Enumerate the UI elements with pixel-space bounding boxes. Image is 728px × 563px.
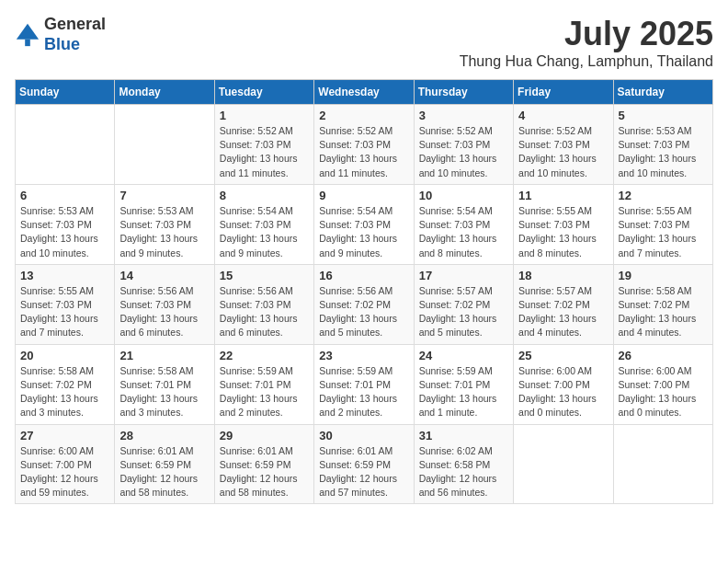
calendar-week-row: 1Sunrise: 5:52 AMSunset: 7:03 PMDaylight… — [16, 105, 713, 185]
day-number: 21 — [119, 349, 209, 362]
logo-general: General — [44, 15, 106, 33]
svg-rect-1 — [25, 39, 30, 45]
calendar-week-row: 13Sunrise: 5:55 AMSunset: 7:03 PMDayligh… — [16, 264, 713, 344]
weekday-header: Tuesday — [214, 80, 313, 105]
calendar-cell: 31Sunrise: 6:02 AMSunset: 6:58 PMDayligh… — [414, 424, 513, 504]
day-info: Sunrise: 5:54 AMSunset: 7:03 PMDaylight:… — [220, 204, 309, 260]
page-header: General Blue July 2025 Thung Hua Chang, … — [15, 15, 713, 70]
calendar-cell: 23Sunrise: 5:59 AMSunset: 7:01 PMDayligh… — [314, 344, 414, 424]
location-title: Thung Hua Chang, Lamphun, Thailand — [460, 53, 713, 70]
calendar-cell: 9Sunrise: 5:54 AMSunset: 7:03 PMDaylight… — [314, 184, 414, 264]
day-number: 5 — [619, 109, 708, 122]
calendar-cell: 27Sunrise: 6:00 AMSunset: 7:00 PMDayligh… — [16, 424, 115, 504]
day-number: 12 — [619, 189, 708, 202]
calendar-header: SundayMondayTuesdayWednesdayThursdayFrid… — [16, 80, 713, 105]
day-number: 10 — [419, 189, 508, 202]
day-info: Sunrise: 5:52 AMSunset: 7:03 PMDaylight:… — [319, 124, 408, 180]
day-number: 23 — [319, 349, 408, 362]
day-info: Sunrise: 6:00 AMSunset: 7:00 PMDaylight:… — [518, 364, 608, 420]
calendar-cell: 18Sunrise: 5:57 AMSunset: 7:02 PMDayligh… — [514, 264, 613, 344]
calendar-cell: 30Sunrise: 6:01 AMSunset: 6:59 PMDayligh… — [314, 424, 414, 504]
calendar-cell: 26Sunrise: 6:00 AMSunset: 7:00 PMDayligh… — [613, 344, 712, 424]
day-number: 31 — [419, 429, 508, 442]
day-number: 20 — [20, 349, 109, 362]
day-info: Sunrise: 5:56 AMSunset: 7:03 PMDaylight:… — [119, 284, 209, 340]
day-number: 29 — [220, 429, 309, 442]
day-number: 25 — [518, 349, 608, 362]
calendar-cell: 4Sunrise: 5:52 AMSunset: 7:03 PMDaylight… — [514, 105, 613, 185]
day-info: Sunrise: 5:53 AMSunset: 7:03 PMDaylight:… — [119, 204, 209, 260]
day-number: 24 — [419, 349, 508, 362]
day-info: Sunrise: 5:58 AMSunset: 7:01 PMDaylight:… — [119, 364, 209, 420]
calendar-table: SundayMondayTuesdayWednesdayThursdayFrid… — [15, 79, 713, 504]
logo-blue: Blue — [44, 35, 80, 53]
day-info: Sunrise: 5:57 AMSunset: 7:02 PMDaylight:… — [419, 284, 508, 340]
day-info: Sunrise: 5:57 AMSunset: 7:02 PMDaylight:… — [518, 284, 608, 340]
day-info: Sunrise: 6:00 AMSunset: 7:00 PMDaylight:… — [619, 364, 708, 420]
day-info: Sunrise: 5:59 AMSunset: 7:01 PMDaylight:… — [319, 364, 408, 420]
day-info: Sunrise: 5:55 AMSunset: 7:03 PMDaylight:… — [518, 204, 608, 260]
day-number: 17 — [419, 269, 508, 282]
day-number: 6 — [20, 189, 109, 202]
calendar-cell: 28Sunrise: 6:01 AMSunset: 6:59 PMDayligh… — [115, 424, 214, 504]
calendar-cell: 11Sunrise: 5:55 AMSunset: 7:03 PMDayligh… — [514, 184, 613, 264]
calendar-cell: 24Sunrise: 5:59 AMSunset: 7:01 PMDayligh… — [414, 344, 513, 424]
day-number: 8 — [220, 189, 309, 202]
day-info: Sunrise: 5:52 AMSunset: 7:03 PMDaylight:… — [419, 124, 508, 180]
calendar-cell: 12Sunrise: 5:55 AMSunset: 7:03 PMDayligh… — [613, 184, 712, 264]
logo-icon — [15, 22, 40, 48]
calendar-cell: 16Sunrise: 5:56 AMSunset: 7:02 PMDayligh… — [314, 264, 414, 344]
weekday-header: Friday — [514, 80, 613, 105]
day-number: 7 — [119, 189, 209, 202]
calendar-cell: 19Sunrise: 5:58 AMSunset: 7:02 PMDayligh… — [613, 264, 712, 344]
calendar-cell: 14Sunrise: 5:56 AMSunset: 7:03 PMDayligh… — [115, 264, 214, 344]
calendar-cell: 7Sunrise: 5:53 AMSunset: 7:03 PMDaylight… — [115, 184, 214, 264]
calendar-cell: 1Sunrise: 5:52 AMSunset: 7:03 PMDaylight… — [214, 105, 313, 185]
weekday-header: Monday — [115, 80, 214, 105]
day-number: 19 — [619, 269, 708, 282]
day-info: Sunrise: 5:52 AMSunset: 7:03 PMDaylight:… — [220, 124, 309, 180]
day-info: Sunrise: 5:52 AMSunset: 7:03 PMDaylight:… — [518, 124, 608, 180]
calendar-cell: 22Sunrise: 5:59 AMSunset: 7:01 PMDayligh… — [214, 344, 313, 424]
weekday-header: Sunday — [16, 80, 115, 105]
day-info: Sunrise: 6:01 AMSunset: 6:59 PMDaylight:… — [319, 444, 408, 500]
day-info: Sunrise: 5:56 AMSunset: 7:02 PMDaylight:… — [319, 284, 408, 340]
day-number: 28 — [119, 429, 209, 442]
weekday-row: SundayMondayTuesdayWednesdayThursdayFrid… — [16, 80, 713, 105]
day-number: 14 — [119, 269, 209, 282]
calendar-cell: 20Sunrise: 5:58 AMSunset: 7:02 PMDayligh… — [16, 344, 115, 424]
calendar-cell — [613, 424, 712, 504]
calendar-cell: 8Sunrise: 5:54 AMSunset: 7:03 PMDaylight… — [214, 184, 313, 264]
calendar-cell: 15Sunrise: 5:56 AMSunset: 7:03 PMDayligh… — [214, 264, 313, 344]
day-info: Sunrise: 5:53 AMSunset: 7:03 PMDaylight:… — [619, 124, 708, 180]
calendar-week-row: 20Sunrise: 5:58 AMSunset: 7:02 PMDayligh… — [16, 344, 713, 424]
day-number: 1 — [220, 109, 309, 122]
weekday-header: Saturday — [613, 80, 712, 105]
calendar-cell: 5Sunrise: 5:53 AMSunset: 7:03 PMDaylight… — [613, 105, 712, 185]
day-info: Sunrise: 5:55 AMSunset: 7:03 PMDaylight:… — [619, 204, 708, 260]
day-info: Sunrise: 5:58 AMSunset: 7:02 PMDaylight:… — [619, 284, 708, 340]
month-title: July 2025 — [460, 15, 713, 53]
day-info: Sunrise: 5:53 AMSunset: 7:03 PMDaylight:… — [20, 204, 109, 260]
calendar-body: 1Sunrise: 5:52 AMSunset: 7:03 PMDaylight… — [16, 105, 713, 504]
day-info: Sunrise: 5:55 AMSunset: 7:03 PMDaylight:… — [20, 284, 109, 340]
calendar-cell: 21Sunrise: 5:58 AMSunset: 7:01 PMDayligh… — [115, 344, 214, 424]
day-number: 9 — [319, 189, 408, 202]
day-info: Sunrise: 5:56 AMSunset: 7:03 PMDaylight:… — [220, 284, 309, 340]
day-info: Sunrise: 5:54 AMSunset: 7:03 PMDaylight:… — [419, 204, 508, 260]
day-number: 13 — [20, 269, 109, 282]
day-number: 22 — [220, 349, 309, 362]
calendar-cell: 13Sunrise: 5:55 AMSunset: 7:03 PMDayligh… — [16, 264, 115, 344]
day-number: 11 — [518, 189, 608, 202]
calendar-cell — [115, 105, 214, 185]
day-number: 18 — [518, 269, 608, 282]
day-number: 4 — [518, 109, 608, 122]
day-number: 2 — [319, 109, 408, 122]
day-number: 16 — [319, 269, 408, 282]
calendar-week-row: 27Sunrise: 6:00 AMSunset: 7:00 PMDayligh… — [16, 424, 713, 504]
calendar-cell: 25Sunrise: 6:00 AMSunset: 7:00 PMDayligh… — [514, 344, 613, 424]
day-info: Sunrise: 6:01 AMSunset: 6:59 PMDaylight:… — [220, 444, 309, 500]
day-number: 27 — [20, 429, 109, 442]
calendar-cell — [514, 424, 613, 504]
weekday-header: Wednesday — [314, 80, 414, 105]
